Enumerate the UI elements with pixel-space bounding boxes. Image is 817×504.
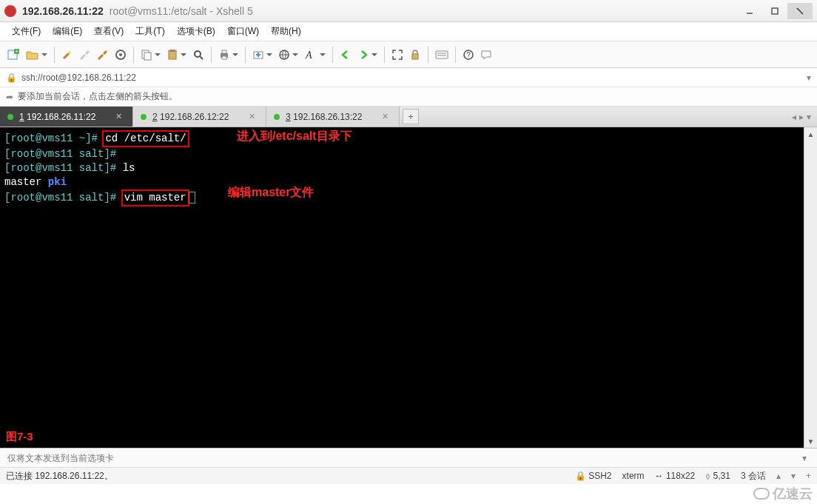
fullscreen-button[interactable]: [389, 45, 406, 64]
status-dot-icon: [7, 114, 13, 120]
title-ip: 192.168.26.11:22: [22, 5, 104, 17]
watermark-logo-icon: [753, 488, 770, 500]
xftp-button[interactable]: [250, 45, 275, 64]
menu-file[interactable]: 文件(F): [7, 24, 45, 39]
terminal-line: [root@vms11 salt]# ls: [4, 161, 799, 175]
status-dot-icon: [141, 114, 147, 120]
status-bar: 已连接 192.168.26.11:22。 🔒 SSH2 xterm ↔ 118…: [0, 468, 817, 484]
help-button[interactable]: ?: [460, 45, 477, 64]
cursor-icon: [189, 192, 195, 204]
print-button[interactable]: [216, 45, 241, 64]
status-cursor: 5,31: [713, 471, 730, 481]
tab-index: 1: [19, 112, 24, 122]
toolbar-separator: [455, 47, 456, 63]
watermark-text: 亿速云: [773, 485, 813, 503]
close-button[interactable]: [787, 3, 813, 19]
tab-label: 192.168.26.11:22: [27, 112, 95, 122]
cursor-pos-icon: ⎀: [705, 471, 710, 481]
copy-button[interactable]: [138, 45, 163, 64]
open-session-button[interactable]: [24, 45, 50, 64]
address-dropdown-icon[interactable]: ▾: [807, 73, 811, 83]
properties-button[interactable]: [112, 45, 129, 64]
chat-button[interactable]: [478, 45, 494, 64]
toolbar-separator: [54, 47, 55, 63]
session-down-icon[interactable]: ▾: [791, 471, 796, 481]
terminal-scrollbar[interactable]: ▲ ▼: [804, 127, 817, 448]
tab-label: 192.168.26.12:22: [160, 112, 229, 122]
lock-icon: 🔒: [575, 471, 586, 481]
address-bar: 🔒 ssh://root@192.168.26.11:22 ▾: [0, 68, 817, 87]
menu-window[interactable]: 窗口(W): [223, 24, 263, 39]
svg-rect-17: [222, 50, 226, 53]
forward-button[interactable]: [355, 45, 380, 64]
scroll-up-icon[interactable]: ▲: [804, 127, 817, 141]
toolbar: + A ?: [0, 41, 817, 68]
new-session-button[interactable]: +: [4, 45, 22, 64]
toolbar-separator: [384, 47, 385, 63]
annotation-cd: 进入到/etc/salt目录下: [237, 129, 352, 143]
language-button[interactable]: [276, 45, 300, 64]
status-connection: 已连接 192.168.26.11:22。: [6, 470, 113, 483]
tab-scroll-right-icon[interactable]: ▸: [799, 112, 804, 122]
send-input[interactable]: [6, 452, 798, 464]
svg-rect-11: [144, 53, 151, 60]
toolbar-separator: [245, 47, 246, 63]
find-button[interactable]: [190, 45, 206, 64]
maximize-button[interactable]: [762, 3, 787, 19]
menu-view[interactable]: 查看(V): [90, 24, 128, 39]
app-icon: [4, 5, 16, 17]
address-text[interactable]: ssh://root@192.168.26.11:22: [21, 73, 802, 83]
menu-help[interactable]: 帮助(H): [266, 24, 306, 39]
font-button[interactable]: A: [302, 45, 328, 64]
svg-text:?: ?: [466, 51, 471, 59]
watermark: 亿速云: [753, 485, 813, 503]
svg-line-3: [797, 8, 803, 14]
toolbar-separator: [332, 47, 333, 63]
terminal-line: [root@vms11 salt]# vim master: [4, 189, 799, 206]
send-bar: ▾: [0, 448, 817, 468]
title-session: root@vms11:/etc/salt - Xshell 5: [110, 5, 253, 17]
session-up-icon[interactable]: ▴: [776, 471, 781, 481]
tab-index: 3: [286, 112, 291, 122]
menu-edit[interactable]: 编辑(E): [48, 24, 87, 39]
session-tab-1[interactable]: 1 192.168.26.11:22 ✕: [0, 107, 133, 127]
status-protocol: SSH2: [588, 471, 611, 481]
menu-bar: 文件(F) 编辑(E) 查看(V) 工具(T) 选项卡(B) 窗口(W) 帮助(…: [0, 22, 817, 41]
keyboard-button[interactable]: [433, 45, 451, 64]
toolbar-separator: [428, 47, 428, 63]
back-button[interactable]: [337, 45, 354, 64]
connect-button[interactable]: [59, 45, 75, 64]
toolbar-separator: [211, 47, 212, 63]
status-size: 118x22: [666, 471, 695, 481]
svg-rect-13: [170, 50, 175, 52]
session-add-icon[interactable]: +: [806, 471, 811, 481]
tab-list-dropdown-icon[interactable]: ▾: [807, 112, 811, 122]
minimize-button[interactable]: [737, 3, 762, 19]
svg-point-9: [119, 53, 122, 56]
svg-point-7: [68, 51, 71, 54]
svg-rect-22: [412, 54, 418, 59]
new-tab-button[interactable]: +: [403, 109, 419, 124]
paste-button[interactable]: [164, 45, 189, 64]
svg-point-14: [195, 51, 201, 57]
tab-label: 192.168.26.13:22: [293, 112, 362, 122]
menu-tools[interactable]: 工具(T): [131, 24, 169, 39]
close-tab-icon[interactable]: ✕: [115, 112, 122, 121]
hint-arrow-icon[interactable]: ➦: [6, 92, 13, 102]
svg-rect-23: [436, 51, 448, 58]
lock-button[interactable]: [407, 45, 423, 64]
session-tab-3[interactable]: 3 192.168.26.13:22 ✕: [266, 107, 400, 127]
menu-tabs[interactable]: 选项卡(B): [172, 24, 220, 39]
title-bar: 192.168.26.11:22 root@vms11:/etc/salt - …: [0, 0, 817, 22]
send-dropdown-icon[interactable]: ▾: [798, 453, 811, 463]
scroll-down-icon[interactable]: ▼: [804, 434, 817, 448]
session-tab-2[interactable]: 2 192.168.26.12:22 ✕: [133, 107, 266, 127]
svg-text:A: A: [305, 50, 312, 61]
close-tab-icon[interactable]: ✕: [382, 112, 389, 121]
toolbar-separator: [133, 47, 134, 63]
reconnect-button[interactable]: [95, 45, 111, 64]
terminal-area: [root@vms11 ~]# cd /etc/salt/ [root@vms1…: [0, 127, 817, 448]
terminal[interactable]: [root@vms11 ~]# cd /etc/salt/ [root@vms1…: [0, 127, 804, 448]
tab-scroll-left-icon[interactable]: ◂: [792, 112, 796, 122]
close-tab-icon[interactable]: ✕: [249, 112, 255, 121]
